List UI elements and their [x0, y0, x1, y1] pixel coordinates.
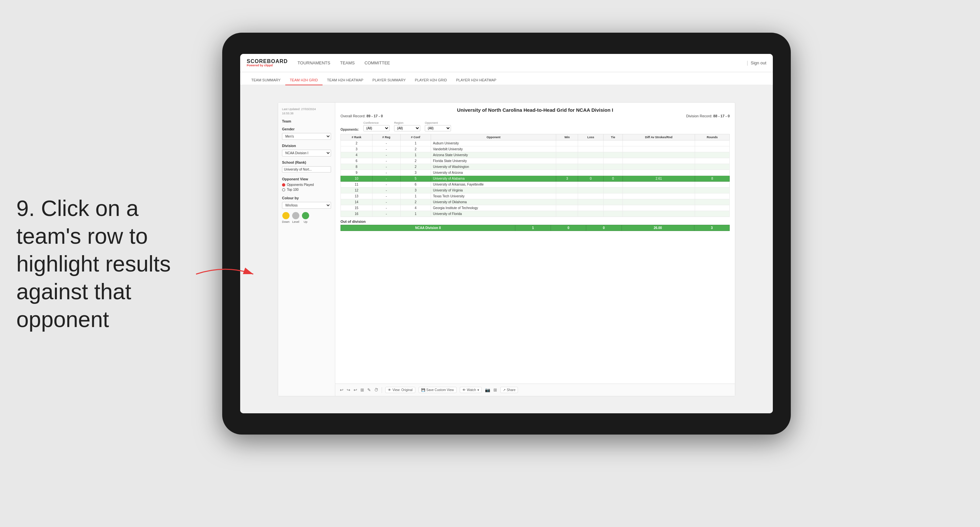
conference-filter-select[interactable]: (All) — [363, 125, 390, 131]
cell-rank: 9 — [341, 170, 372, 176]
table-row[interactable]: 9-3University of Arizona — [341, 170, 730, 176]
cell-win — [556, 205, 578, 211]
col-opponent: Opponent — [431, 134, 556, 140]
logo-powered: Powered by clippd — [247, 64, 288, 67]
ncaa-div-tie: 0 — [586, 225, 622, 231]
cell-reg: - — [372, 211, 400, 217]
cell-opponent: Florida State University — [431, 158, 556, 164]
table-row[interactable]: 10-5University of Alabama3002.618 — [341, 176, 730, 182]
clock-icon[interactable]: ⏱ — [374, 387, 379, 392]
cell-loss — [578, 182, 603, 188]
cell-rounds — [695, 170, 729, 176]
cell-loss — [578, 152, 603, 158]
cell-rounds — [695, 205, 729, 211]
toolbar-divider — [382, 387, 382, 393]
save-custom-view-button[interactable]: 💾 Save Custom View — [418, 387, 457, 393]
cell-opponent: University of Oklahoma — [431, 199, 556, 205]
table-row[interactable]: 4-1Arizona State University — [341, 152, 730, 158]
cell-rank: 16 — [341, 211, 372, 217]
copy-icon[interactable]: ⊞ — [360, 387, 364, 392]
cell-opponent: University of Arizona — [431, 170, 556, 176]
tab-player-h2h-heatmap[interactable]: PLAYER H2H HEATMAP — [452, 75, 501, 85]
cell-reg: - — [372, 205, 400, 211]
legend-down-dot — [282, 212, 290, 219]
cell-loss — [578, 199, 603, 205]
conference-filter: Conference (All) — [363, 121, 390, 131]
app-logo: SCOREBOARD Powered by clippd — [247, 59, 288, 67]
table-row[interactable]: 3-2Vanderbilt University — [341, 146, 730, 152]
table-row[interactable]: 11-6University of Arkansas, Fayetteville — [341, 182, 730, 188]
cell-opponent: Vanderbilt University — [431, 146, 556, 152]
table-row[interactable]: 12-3University of Virginia — [341, 188, 730, 193]
cell-win — [556, 199, 578, 205]
cell-tie — [603, 199, 623, 205]
cell-tie — [603, 188, 623, 193]
colour-by-label: Colour by — [282, 196, 331, 200]
nav-teams[interactable]: TEAMS — [340, 61, 355, 65]
opponents-played-option[interactable]: Opponents Played — [282, 183, 331, 186]
top-nav: SCOREBOARD Powered by clippd TOURNAMENTS… — [240, 54, 773, 72]
table-row[interactable]: 15-4Georgia Institute of Technology — [341, 205, 730, 211]
cell-reg: - — [372, 199, 400, 205]
cell-win — [556, 146, 578, 152]
cell-rank: 12 — [341, 188, 372, 193]
cell-diff — [622, 146, 695, 152]
region-filter-select[interactable]: (All) — [394, 125, 420, 131]
gender-select[interactable]: Men's — [282, 133, 331, 140]
cell-win — [556, 164, 578, 170]
table-row[interactable]: 2-1Auburn University — [341, 140, 730, 146]
undo2-icon[interactable]: ↩ — [353, 387, 357, 392]
legend-level-dot — [292, 212, 299, 219]
edit-icon[interactable]: ✎ — [367, 387, 371, 392]
share-button[interactable]: ↗ Share — [500, 387, 518, 393]
cell-win — [556, 170, 578, 176]
sign-out-link[interactable]: Sign out — [751, 61, 766, 65]
cell-diff — [622, 193, 695, 199]
nav-committee[interactable]: COMMITTEE — [365, 61, 390, 65]
cell-rank: 10 — [341, 176, 372, 182]
eye-icon: 👁 — [388, 388, 391, 392]
table-row[interactable]: 8-2University of Washington — [341, 164, 730, 170]
opponent-filter-select[interactable]: (All) — [425, 125, 451, 131]
sub-nav: TEAM SUMMARY TEAM H2H GRID TEAM H2H HEAT… — [240, 72, 773, 85]
table-row[interactable]: 16-1University of Florida — [341, 211, 730, 217]
nav-divider: | — [747, 60, 748, 66]
ncaa-div-rounds: 3 — [694, 225, 729, 231]
ncaa-div-loss: 0 — [550, 225, 586, 231]
cell-loss — [578, 146, 603, 152]
tab-player-summary[interactable]: PLAYER SUMMARY — [368, 75, 410, 85]
watch-button[interactable]: 👁 Watch ▾ — [460, 387, 482, 393]
last-updated: Last Updated: 27/03/2024 16:55:38 — [282, 107, 331, 115]
table-icon[interactable]: ⊞ — [493, 387, 497, 392]
view-original-button[interactable]: 👁 View: Original — [385, 387, 415, 393]
colour-by-select[interactable]: Win/loss — [282, 202, 331, 209]
sidebar: Last Updated: 27/03/2024 16:55:38 Team G… — [278, 103, 335, 396]
cell-conf: 6 — [400, 182, 431, 188]
division-label: Division — [282, 144, 331, 148]
tab-player-h2h-grid[interactable]: PLAYER H2H GRID — [410, 75, 452, 85]
top-100-option[interactable]: Top 100 — [282, 188, 331, 191]
cell-rank: 2 — [341, 140, 372, 146]
cell-loss — [578, 188, 603, 193]
tab-team-summary[interactable]: TEAM SUMMARY — [247, 75, 285, 85]
camera-icon[interactable]: 📷 — [485, 387, 490, 392]
table-row[interactable]: 13-1Texas Tech University — [341, 193, 730, 199]
cell-opponent: University of Arkansas, Fayetteville — [431, 182, 556, 188]
table-row[interactable]: 14-2University of Oklahoma — [341, 199, 730, 205]
tab-team-h2h-grid[interactable]: TEAM H2H GRID — [285, 75, 323, 85]
cell-diff — [622, 188, 695, 193]
redo-icon[interactable]: ↪ — [347, 387, 350, 392]
nav-tournaments[interactable]: TOURNAMENTS — [298, 61, 330, 65]
cell-reg: - — [372, 193, 400, 199]
opponent-filter-label: Opponent — [425, 121, 451, 124]
division-select[interactable]: NCAA Division I — [282, 150, 331, 156]
cell-conf: 3 — [400, 170, 431, 176]
tab-team-h2h-heatmap[interactable]: TEAM H2H HEATMAP — [323, 75, 368, 85]
undo-icon[interactable]: ↩ — [340, 387, 344, 392]
table-row[interactable]: 6-2Florida State University — [341, 158, 730, 164]
cell-rounds — [695, 188, 729, 193]
cell-rounds — [695, 164, 729, 170]
cell-reg: - — [372, 140, 400, 146]
conference-filter-label: Conference — [363, 121, 390, 124]
ncaa-div-row[interactable]: NCAA Division II 1 0 0 26.00 3 — [341, 225, 730, 231]
